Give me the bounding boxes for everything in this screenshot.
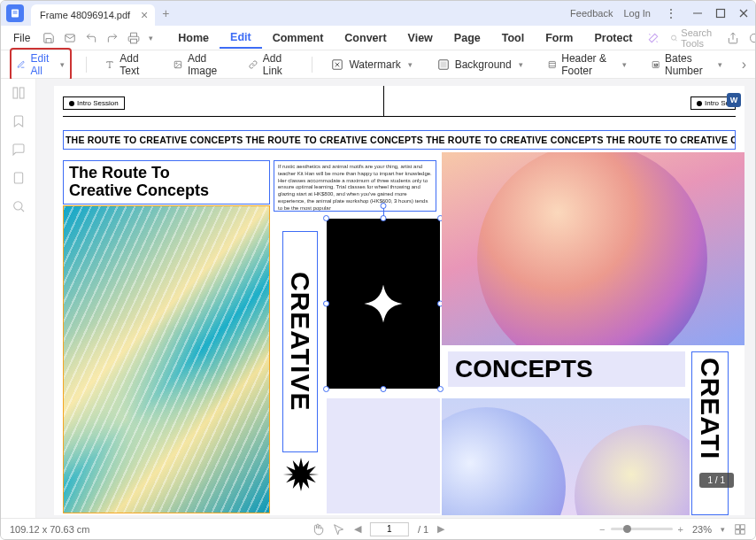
file-menu[interactable]: File — [8, 32, 35, 44]
comment-icon[interactable] — [12, 143, 26, 157]
new-tab-button[interactable]: + — [162, 6, 169, 20]
menu-bar: File ▾ HomeEditCommentConvertViewPageToo… — [1, 26, 755, 50]
svg-rect-8 — [131, 39, 137, 43]
qat-dropdown-icon[interactable]: ▾ — [149, 34, 153, 42]
resize-handle-n[interactable] — [381, 215, 387, 221]
menu-view[interactable]: View — [397, 28, 444, 48]
description-text-box[interactable]: If rustic aesthetics and animal motifs a… — [274, 160, 436, 212]
next-page-icon[interactable]: ▶ — [437, 523, 444, 535]
watermark-button[interactable]: Watermark ▾ — [326, 55, 417, 74]
horizontal-divider — [63, 116, 736, 117]
resize-handle-w[interactable] — [323, 301, 329, 307]
zoom-thumb[interactable] — [623, 525, 631, 533]
close-window-icon[interactable] — [737, 7, 750, 19]
add-image-button[interactable]: Add Image — [168, 49, 229, 81]
page-number-input[interactable] — [370, 522, 409, 536]
menu-convert[interactable]: Convert — [334, 28, 397, 48]
main-area: ▸ Intro Session Intro Se W THE ROUTE TO … — [1, 79, 755, 518]
mail-icon[interactable] — [64, 32, 76, 44]
hand-tool-icon[interactable] — [312, 523, 324, 536]
edit-all-label: Edit All — [31, 52, 53, 77]
chevron-down-icon: ▾ — [718, 60, 722, 69]
resize-handle-sw[interactable] — [323, 386, 329, 392]
menu-page[interactable]: Page — [444, 28, 491, 48]
starburst-icon[interactable] — [282, 456, 320, 493]
gradient-orb-image-2[interactable] — [442, 398, 690, 515]
svg-line-10 — [675, 39, 677, 41]
attachment-icon[interactable] — [12, 171, 26, 185]
svg-rect-4 — [717, 10, 725, 18]
zoom-track[interactable] — [611, 528, 673, 530]
left-sidebar — [1, 79, 36, 518]
close-tab-icon[interactable]: × — [141, 8, 148, 22]
add-text-button[interactable]: Add Text — [100, 49, 154, 81]
add-link-button[interactable]: Add Link — [243, 49, 297, 81]
menu-tool[interactable]: Tool — [491, 28, 535, 48]
svg-rect-30 — [741, 524, 745, 528]
document-tab[interactable]: Frame 48096914.pdf × — [31, 4, 155, 26]
search-panel-icon[interactable] — [12, 199, 26, 213]
select-tool-icon[interactable] — [333, 523, 345, 536]
concepts-text-box[interactable]: CONCEPTS — [448, 351, 685, 387]
canvas-area[interactable]: Intro Session Intro Se W THE ROUTE TO CR… — [36, 79, 755, 518]
save-icon[interactable] — [42, 32, 55, 44]
watermark-label: Watermark — [349, 58, 400, 71]
gradient-orb-image-1[interactable] — [442, 152, 744, 345]
print-icon[interactable] — [127, 32, 140, 44]
marquee-text-box[interactable]: THE ROUTE TO CREATIVE CONCEPTS THE ROUTE… — [63, 130, 736, 150]
search-tools[interactable]: Search Tools — [670, 27, 717, 49]
bookmark-icon[interactable] — [12, 114, 26, 128]
zoom-out-icon[interactable]: − — [599, 524, 605, 535]
menu-form[interactable]: Form — [535, 28, 583, 48]
share-icon[interactable] — [727, 32, 739, 44]
separator — [86, 57, 87, 73]
undo-icon[interactable] — [85, 32, 97, 44]
black-card-selected[interactable] — [327, 219, 440, 389]
search-placeholder: Search Tools — [681, 27, 716, 49]
word-badge-icon[interactable]: W — [727, 93, 741, 107]
redo-icon[interactable] — [106, 32, 119, 44]
maximize-icon[interactable] — [714, 7, 727, 19]
marble-image[interactable] — [63, 205, 270, 513]
edit-all-button[interactable]: Edit All ▾ — [10, 48, 72, 81]
menu-home[interactable]: Home — [167, 28, 220, 48]
zoom-in-icon[interactable]: + — [678, 524, 683, 535]
zoom-dropdown-icon[interactable]: ▾ — [721, 525, 725, 534]
svg-point-9 — [671, 35, 675, 40]
resize-handle-s[interactable] — [381, 386, 387, 392]
bates-number-button[interactable]: 12 Bates Number ▾ — [646, 49, 728, 81]
svg-rect-31 — [736, 529, 740, 534]
header-footer-button[interactable]: Header & Footer ▾ — [543, 49, 632, 81]
rotate-handle[interactable] — [381, 203, 387, 209]
menu-edit[interactable]: Edit — [220, 27, 262, 49]
svg-rect-25 — [19, 88, 24, 98]
zoom-slider[interactable]: − + — [599, 524, 683, 535]
toolbar-scroll-right-icon[interactable]: › — [742, 57, 746, 73]
menu-comment[interactable]: Comment — [262, 28, 335, 48]
feedback-link[interactable]: Feedback — [570, 8, 613, 19]
chevron-down-icon: ▾ — [60, 60, 65, 69]
intro-tag-left[interactable]: Intro Session — [63, 96, 125, 110]
menu-protect[interactable]: Protect — [583, 28, 643, 48]
svg-rect-29 — [736, 524, 740, 528]
cloud-icon[interactable] — [750, 32, 756, 44]
prev-page-icon[interactable]: ◀ — [354, 523, 361, 535]
background-button[interactable]: Background ▾ — [432, 55, 528, 74]
lavender-box[interactable] — [327, 398, 440, 513]
fit-view-icon[interactable] — [734, 523, 746, 536]
login-link[interactable]: Log In — [623, 8, 651, 19]
document-name: Frame 48096914.pdf — [40, 10, 130, 20]
resize-handle-se[interactable] — [437, 386, 444, 392]
resize-handle-nw[interactable] — [323, 215, 329, 221]
minimize-icon[interactable] — [691, 7, 704, 19]
app-logo-icon — [6, 4, 24, 22]
zoom-readout[interactable]: 23% — [692, 524, 712, 535]
thumbnails-icon[interactable] — [12, 86, 26, 100]
page-total: / 1 — [418, 524, 428, 535]
creative-vertical-box[interactable]: CREATIVE — [282, 231, 318, 452]
wand-icon[interactable] — [647, 32, 660, 44]
kebab-menu-icon[interactable]: ⋮ — [661, 6, 681, 20]
title-text-box[interactable]: The Route To Creative Concepts — [63, 160, 270, 204]
bates-label: Bates Number — [665, 52, 711, 77]
creative-vertical-box-2[interactable]: CREATI — [691, 351, 729, 515]
